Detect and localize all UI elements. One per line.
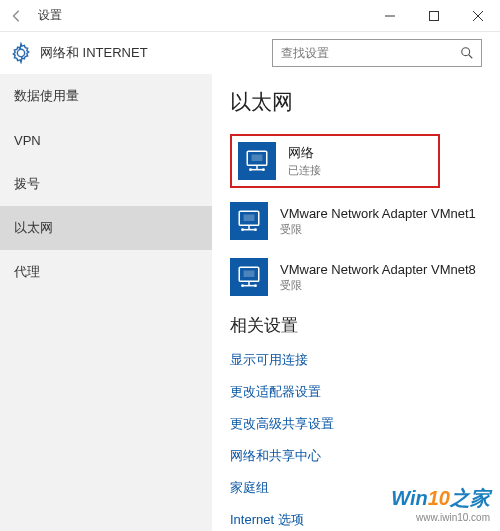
svg-point-20 xyxy=(241,284,244,287)
sidebar-item-label: 以太网 xyxy=(14,219,53,237)
network-status: 受限 xyxy=(280,222,476,237)
sidebar-item-proxy[interactable]: 代理 xyxy=(0,250,212,294)
sidebar-item-dialup[interactable]: 拨号 xyxy=(0,162,212,206)
network-text: VMware Network Adapter VMnet1 受限 xyxy=(280,206,476,237)
link-change-adapter[interactable]: 更改适配器设置 xyxy=(230,383,482,401)
main: 数据使用量 VPN 拨号 以太网 代理 以太网 网络 已连接 VMware Ne… xyxy=(0,74,500,531)
network-row[interactable]: 网络 已连接 xyxy=(230,134,440,188)
network-row[interactable]: VMware Network Adapter VMnet1 受限 xyxy=(230,202,482,240)
search-box[interactable] xyxy=(272,39,482,67)
gear-icon xyxy=(10,42,32,64)
content: 以太网 网络 已连接 VMware Network Adapter VMnet1… xyxy=(212,74,500,531)
sidebar-item-data-usage[interactable]: 数据使用量 xyxy=(0,74,212,118)
related-title: 相关设置 xyxy=(230,314,482,337)
ethernet-icon xyxy=(230,258,268,296)
header: 网络和 INTERNET xyxy=(0,32,500,74)
svg-point-14 xyxy=(241,228,244,231)
svg-point-8 xyxy=(249,168,252,171)
close-button[interactable] xyxy=(456,0,500,32)
link-network-center[interactable]: 网络和共享中心 xyxy=(230,447,482,465)
ethernet-icon xyxy=(238,142,276,180)
svg-rect-1 xyxy=(430,11,439,20)
sidebar-item-label: 数据使用量 xyxy=(14,87,79,105)
network-name: VMware Network Adapter VMnet8 xyxy=(280,262,476,277)
section-title: 网络和 INTERNET xyxy=(40,44,272,62)
svg-rect-5 xyxy=(252,155,263,162)
network-status: 已连接 xyxy=(288,163,321,178)
svg-rect-11 xyxy=(244,215,255,222)
sidebar-item-label: 代理 xyxy=(14,263,40,281)
page-heading: 以太网 xyxy=(230,88,482,116)
watermark-url: www.iwin10.com xyxy=(391,512,490,523)
back-button[interactable] xyxy=(0,0,34,32)
network-status: 受限 xyxy=(280,278,476,293)
sidebar-item-label: VPN xyxy=(14,133,41,148)
ethernet-icon xyxy=(230,202,268,240)
network-text: VMware Network Adapter VMnet8 受限 xyxy=(280,262,476,293)
svg-rect-17 xyxy=(244,271,255,278)
search-input[interactable] xyxy=(273,46,453,60)
svg-point-2 xyxy=(462,48,470,56)
network-text: 网络 已连接 xyxy=(288,144,321,178)
sidebar-item-ethernet[interactable]: 以太网 xyxy=(0,206,212,250)
network-name: VMware Network Adapter VMnet1 xyxy=(280,206,476,221)
search-icon[interactable] xyxy=(453,46,481,60)
link-advanced-sharing[interactable]: 更改高级共享设置 xyxy=(230,415,482,433)
link-show-connections[interactable]: 显示可用连接 xyxy=(230,351,482,369)
svg-line-3 xyxy=(469,55,473,59)
watermark-brand: Win10之家 xyxy=(391,485,490,512)
window-title: 设置 xyxy=(38,7,368,24)
window-controls xyxy=(368,0,500,32)
svg-point-9 xyxy=(262,168,265,171)
sidebar: 数据使用量 VPN 拨号 以太网 代理 xyxy=(0,74,212,531)
svg-point-21 xyxy=(254,284,257,287)
svg-point-15 xyxy=(254,228,257,231)
watermark: Win10之家 www.iwin10.com xyxy=(391,485,490,523)
sidebar-item-vpn[interactable]: VPN xyxy=(0,118,212,162)
network-row[interactable]: VMware Network Adapter VMnet8 受限 xyxy=(230,258,482,296)
minimize-button[interactable] xyxy=(368,0,412,32)
titlebar: 设置 xyxy=(0,0,500,32)
sidebar-item-label: 拨号 xyxy=(14,175,40,193)
network-name: 网络 xyxy=(288,144,321,162)
maximize-button[interactable] xyxy=(412,0,456,32)
